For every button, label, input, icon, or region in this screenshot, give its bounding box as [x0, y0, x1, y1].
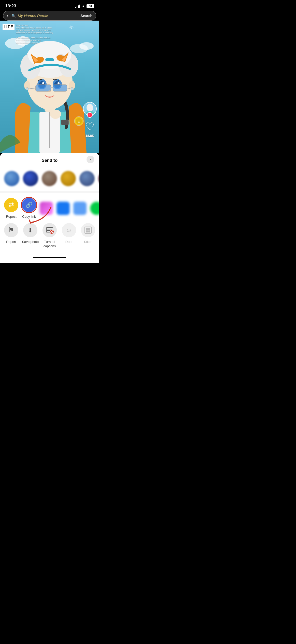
- app-share-2[interactable]: [57, 202, 70, 215]
- sheet-title: Send to: [42, 158, 58, 163]
- app-share-4[interactable]: [90, 202, 99, 215]
- svg-point-33: [71, 87, 73, 90]
- captions-icon: [46, 226, 54, 234]
- search-button[interactable]: Search: [80, 14, 92, 18]
- contact-avatar-1[interactable]: [4, 171, 19, 186]
- stitch-action: Stitch: [78, 223, 98, 248]
- svg-point-3: [79, 42, 94, 50]
- share-apps-row[interactable]: ⇄ Repost 🔗 Copy link: [0, 193, 99, 223]
- battery-indicator: 60: [87, 4, 94, 8]
- status-right: ▲ 60: [75, 4, 94, 8]
- save-photo-label: Save photo: [22, 240, 39, 244]
- contact-avatar-6[interactable]: [98, 171, 99, 186]
- svg-rect-49: [85, 227, 91, 233]
- svg-point-39: [87, 104, 93, 112]
- svg-rect-8: [61, 120, 69, 125]
- svg-rect-52: [86, 230, 88, 232]
- life-watermark: LIFE Early in the dayit was whispered th…: [3, 24, 53, 44]
- search-bar[interactable]: ‹ 🔍 My Humps Remix Search: [3, 11, 96, 21]
- wifi-icon: ▲: [81, 4, 85, 8]
- copy-link-icon-circle: 🔗: [22, 198, 36, 212]
- contact-avatar-5[interactable]: [79, 171, 95, 186]
- duet-action: ☺ Duet: [59, 223, 79, 248]
- heart-icon: ♡: [85, 120, 95, 133]
- svg-point-34: [50, 110, 61, 119]
- search-input[interactable]: My Humps Remix: [18, 13, 78, 18]
- life-logo: LIFE: [3, 24, 15, 30]
- back-button[interactable]: ‹: [7, 13, 8, 18]
- contact-avatar-2[interactable]: [23, 171, 38, 186]
- app-icon-1: [40, 202, 53, 215]
- captions-label: Turn offcaptions: [44, 240, 56, 248]
- biohazard-icon: ☣: [69, 24, 74, 31]
- save-photo-action[interactable]: ⬇ Save photo: [21, 223, 40, 248]
- stitch-icon-circle: [81, 223, 95, 237]
- search-icon: 🔍: [11, 14, 16, 18]
- life-subtext: Early in the dayit was whispered that we…: [16, 24, 53, 44]
- contact-avatar-4[interactable]: [61, 171, 76, 186]
- turn-off-captions-action[interactable]: Turn offcaptions: [40, 223, 59, 248]
- repost-label: Repost: [6, 215, 16, 219]
- svg-rect-53: [88, 230, 90, 232]
- more-actions-row: ⚑ Report ⬇ Save photo: [0, 223, 99, 255]
- copy-link-label: Copy link: [22, 215, 36, 219]
- svg-rect-25: [53, 85, 67, 91]
- captions-icon-circle: [43, 223, 57, 237]
- video-player[interactable]: ◎ LIFE Early in the dayit was whispered …: [0, 21, 99, 153]
- repost-action[interactable]: ⇄ Repost: [4, 198, 18, 219]
- contacts-row[interactable]: [0, 166, 99, 193]
- report-action[interactable]: ⚑ Report: [2, 223, 21, 248]
- duet-label: Duet: [65, 240, 72, 244]
- svg-rect-51: [88, 228, 90, 230]
- follow-button[interactable]: +: [87, 112, 93, 118]
- repost-icon: ⇄: [9, 201, 14, 209]
- duet-icon-circle: ☺: [62, 223, 76, 237]
- home-indicator: [33, 257, 66, 258]
- creator-avatar[interactable]: +: [83, 102, 97, 116]
- video-background: ◎ LIFE Early in the dayit was whispered …: [0, 21, 99, 153]
- app-share-3[interactable]: [73, 202, 87, 215]
- contact-avatar-3[interactable]: [42, 171, 57, 186]
- svg-rect-50: [86, 228, 88, 230]
- svg-point-32: [26, 87, 29, 90]
- duet-icon: ☺: [66, 227, 72, 234]
- save-photo-icon: ⬇: [28, 227, 33, 234]
- svg-text:◎: ◎: [78, 120, 80, 123]
- copy-link-icon: 🔗: [26, 202, 33, 208]
- like-button[interactable]: ♡ 18,8K: [85, 120, 95, 138]
- svg-rect-24: [36, 85, 51, 91]
- save-photo-icon-circle: ⬇: [23, 223, 37, 237]
- report-label: Report: [6, 240, 16, 244]
- time-display: 18:23: [5, 4, 16, 9]
- signal-icon: [75, 4, 80, 8]
- bottom-sheet: Send to × ⇄ Repost 🔗 Copy link: [0, 153, 99, 263]
- svg-point-23: [58, 82, 60, 84]
- app-icon-4: [90, 202, 99, 215]
- copy-link-action[interactable]: 🔗 Copy link: [22, 198, 36, 219]
- likes-count: 18,8K: [86, 134, 94, 138]
- stitch-icon: [84, 226, 92, 234]
- report-icon: ⚑: [8, 226, 14, 234]
- report-icon-circle: ⚑: [4, 223, 18, 237]
- svg-point-22: [42, 82, 44, 84]
- repost-icon-circle: ⇄: [4, 198, 18, 212]
- svg-rect-26: [50, 87, 53, 88]
- svg-rect-17: [45, 58, 54, 61]
- right-actions: + ♡ 18,8K: [83, 102, 97, 138]
- close-button[interactable]: ×: [87, 156, 94, 163]
- svg-rect-44: [50, 229, 52, 229]
- svg-point-29: [48, 90, 51, 92]
- sheet-header: Send to ×: [0, 153, 99, 166]
- app-share-1[interactable]: [40, 202, 53, 215]
- app-icon-3: [73, 202, 87, 215]
- bottom-spacer: [0, 257, 99, 263]
- svg-rect-43: [47, 229, 50, 229]
- app-icon-2: [57, 202, 70, 215]
- status-bar: 18:23 ▲ 60: [0, 0, 99, 11]
- stitch-label: Stitch: [84, 240, 92, 244]
